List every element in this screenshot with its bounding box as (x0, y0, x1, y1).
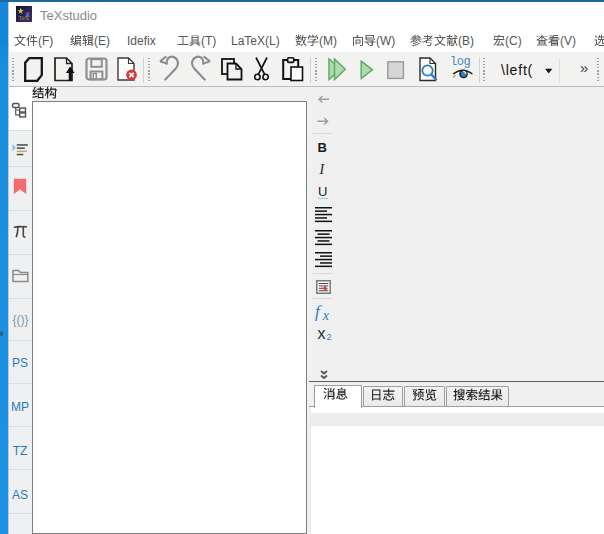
svg-text:TeX: TeX (19, 15, 30, 21)
